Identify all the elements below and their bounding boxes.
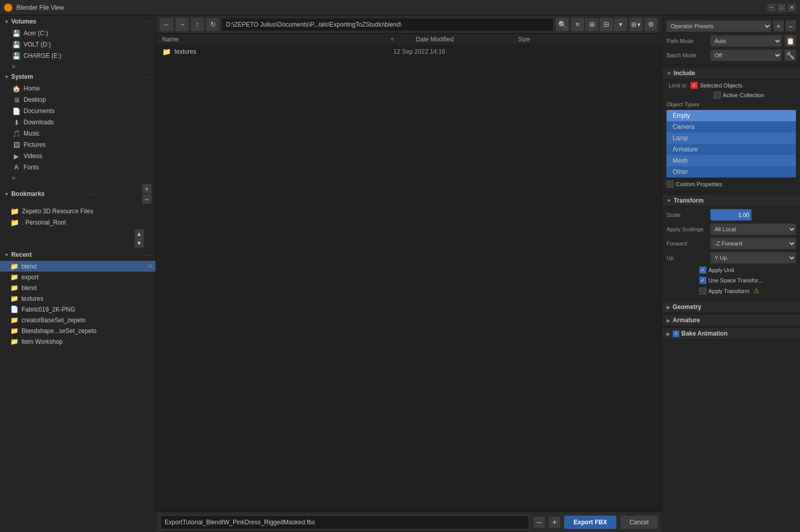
table-row[interactable]: 📁 textures 12 Sep 2022 14:16 — [156, 46, 662, 58]
recent-item-export[interactable]: 📁 export — [0, 272, 155, 282]
filename-minus-button[interactable]: – — [534, 517, 545, 528]
selected-objects-checkbox[interactable]: ✓ — [691, 82, 698, 89]
system-section-header[interactable]: ▼ System ··· — [0, 71, 155, 83]
file-date-cell: 12 Sep 2022 14:16 — [393, 48, 496, 55]
path-mode-icon-button[interactable]: 📋 — [785, 35, 796, 47]
apply-transform-checkbox[interactable] — [699, 287, 706, 295]
sidebar-item-videos[interactable]: ▶ Videos — [0, 150, 155, 162]
folder-icon: 📁 — [10, 207, 19, 215]
recent-item-workshop[interactable]: 📁 Item Workshop — [0, 336, 155, 347]
sort-arrow-icon: ▼ — [389, 36, 395, 43]
bookmark-item-label: Zepeto 3D Resource Files — [22, 208, 93, 215]
sidebar-item-documents[interactable]: 📄 Documents — [0, 105, 155, 117]
scroll-down-button[interactable]: ▼ — [135, 238, 144, 248]
recent-item-creator[interactable]: 📁 creatorBaseSet_zepeto — [0, 315, 155, 325]
bookmark-item-zepeto[interactable]: 📁 Zepeto 3D Resource Files — [0, 206, 155, 217]
sidebar-item-music[interactable]: 🎵 Music — [0, 128, 155, 139]
bookmark-item-personal-root[interactable]: 📁 . Personal_Root — [0, 217, 155, 228]
dropdown-item-mesh[interactable]: Mesh — [666, 155, 796, 166]
preset-remove-button[interactable]: – — [786, 20, 796, 32]
armature-section-header[interactable]: ▶ Armature — [662, 314, 800, 326]
recent-item-blend2[interactable]: 📁 blend — [0, 282, 155, 293]
folder-icon: 📁 — [10, 295, 18, 302]
sidebar-item-desktop[interactable]: 🖥 Desktop — [0, 94, 155, 105]
batch-mode-select[interactable]: Off — [710, 50, 782, 61]
settings-button[interactable]: ⚙ — [645, 18, 658, 31]
recent-item-blend-active[interactable]: 📁 blend ✕ — [0, 261, 155, 272]
folder-icon: 📁 — [162, 48, 170, 56]
view-list-button[interactable]: ≡ — [571, 18, 584, 31]
recent-item-blendshape[interactable]: 📁 Blendshape...seSet_zepeto — [0, 325, 155, 336]
dropdown-item-lamp[interactable]: Lamp — [666, 132, 796, 144]
forward-select[interactable]: -Z Forward — [710, 238, 796, 249]
search-button[interactable]: 🔍 — [555, 18, 569, 31]
folder-icon: 📁 — [10, 316, 18, 324]
view-tiles-button[interactable]: ⊟ — [599, 18, 613, 31]
view-chevron-button[interactable]: ▾ — [614, 18, 627, 31]
export-fbx-button[interactable]: Export FBX — [564, 516, 616, 529]
transform-section-header[interactable]: ▼ Transform — [662, 194, 800, 207]
up-select[interactable]: Y Up — [710, 252, 796, 263]
back-button[interactable]: ← — [160, 18, 173, 31]
bookmark-remove-button[interactable]: – — [142, 194, 151, 204]
recent-item-fabric[interactable]: 📄 Fabric019_2K-PNG — [0, 304, 155, 315]
use-space-transform-checkbox[interactable]: ✓ — [699, 277, 706, 284]
minimize-button[interactable]: ─ — [767, 4, 775, 12]
bookmark-add-button[interactable]: + — [142, 184, 151, 193]
filter-icon: ⊞ — [631, 21, 636, 28]
recent-item-close-icon[interactable]: ✕ — [148, 263, 152, 270]
filename-plus-button[interactable]: + — [549, 517, 560, 528]
preset-add-button[interactable]: + — [773, 20, 784, 32]
volumes-section-header[interactable]: ▼ Volumes ··· — [0, 15, 155, 28]
dropdown-item-armature[interactable]: Armature — [666, 144, 796, 155]
divider — [662, 64, 800, 65]
active-collection-checkbox[interactable] — [714, 92, 721, 99]
apply-unit-checkbox[interactable]: ✓ — [699, 267, 706, 274]
operator-presets-select[interactable]: Operator Presets — [666, 20, 771, 32]
sidebar-item-volt[interactable]: 💾 VOLT (D:) — [0, 39, 155, 50]
divider2 — [662, 192, 800, 192]
maximize-button[interactable]: □ — [777, 4, 786, 12]
sidebar-item-acer[interactable]: 💾 Acer (C:) — [0, 28, 155, 39]
filter-button[interactable]: ⊞ ▾ — [629, 18, 642, 31]
sidebar-item-fonts[interactable]: A Fonts — [0, 162, 155, 173]
active-collection-label: Active Collection — [723, 92, 764, 98]
bake-animation-checkbox[interactable]: ✓ — [673, 330, 679, 337]
forward-button[interactable]: → — [175, 18, 189, 31]
sidebar-item-pictures[interactable]: 🖼 Pictures — [0, 139, 155, 150]
scroll-up-button[interactable]: ▲ — [135, 229, 144, 238]
recent-item-textures[interactable]: 📁 textures — [0, 293, 155, 304]
batch-mode-icon-button[interactable]: 🔧 — [785, 50, 796, 61]
path-mode-row: Path Mode Auto 📋 — [662, 34, 800, 48]
column-date-header: Date Modified — [416, 36, 518, 43]
scale-input[interactable] — [710, 209, 751, 220]
refresh-button[interactable]: ↻ — [206, 18, 219, 31]
close-button[interactable]: ✕ — [788, 4, 796, 12]
path-mode-label: Path Mode — [666, 38, 707, 44]
path-mode-select[interactable]: Auto — [710, 35, 782, 47]
custom-properties-checkbox[interactable] — [666, 181, 674, 188]
folder-icon: 📁 — [10, 327, 18, 335]
up-button[interactable]: ↑ — [191, 18, 204, 31]
include-section-title: Include — [674, 70, 695, 77]
dropdown-item-other[interactable]: Other — [666, 166, 796, 178]
dropdown-item-empty[interactable]: Empty — [666, 110, 796, 121]
sidebar-item-expand-volumes[interactable]: ▶ ···· — [0, 61, 155, 71]
dropdown-item-label: Mesh — [673, 157, 687, 164]
videos-icon: ▶ — [12, 152, 20, 160]
sidebar-item-home[interactable]: 🏠 Home — [0, 83, 155, 94]
recent-item-label: Item Workshop — [21, 338, 62, 345]
view-grid-button[interactable]: ⊞ — [585, 18, 598, 31]
apply-scalings-select[interactable]: All Local — [710, 224, 796, 235]
sidebar-item-charge[interactable]: 💾 CHARGE (E:) — [0, 50, 155, 61]
sidebar-item-downloads[interactable]: ⬇ Downloads — [0, 117, 155, 128]
sidebar-item-expand-system[interactable]: ▶ ···· — [0, 173, 155, 182]
cancel-button[interactable]: Cancel — [620, 516, 658, 529]
active-collection-row: Active Collection — [662, 91, 800, 100]
include-section-header[interactable]: ▼ Include — [662, 67, 800, 79]
filename-input[interactable] — [160, 515, 529, 529]
bake-animation-section-header[interactable]: ▶ ✓ Bake Animation — [662, 327, 800, 340]
geometry-section-header[interactable]: ▶ Geometry — [662, 301, 800, 313]
dropdown-item-camera[interactable]: Camera — [666, 121, 796, 132]
path-input[interactable] — [221, 18, 553, 31]
